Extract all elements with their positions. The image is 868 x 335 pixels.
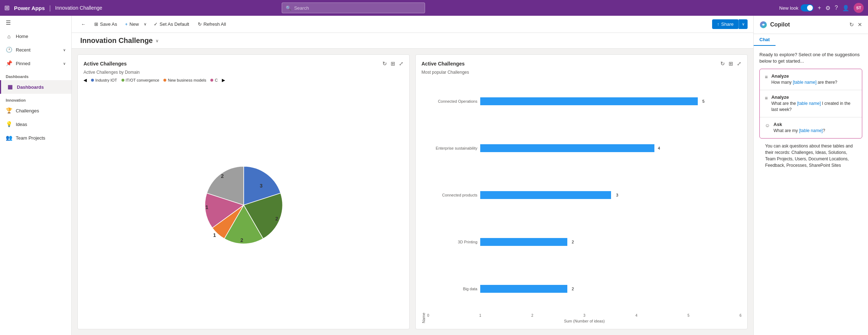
copilot-suggestions: ≡ Analyze How many [table name] are ther… [759,69,862,138]
suggestion-content-3: Ask What are my [table name]? [773,122,857,134]
share-chevron-button[interactable]: ∨ [739,19,748,29]
sidebar-item-challenges-label: Challenges [16,108,39,113]
copilot-chat-tab[interactable]: Chat [754,34,776,46]
suggestion-title-2: Analyze [771,94,857,100]
grid-icon[interactable]: ⊞ [4,4,10,12]
top-nav: ⊞ Power Apps | Innovation Challenge 🔍 Ne… [0,0,868,16]
suggestion-text-1: How many [table name] are there? [771,79,857,86]
help-icon[interactable]: ? [835,5,838,11]
set-as-default-button[interactable]: ✓ Set As Default [150,19,192,29]
suggestion-icon-2: ≡ [765,95,768,101]
back-button[interactable]: ← [77,19,89,29]
legend-next-button[interactable]: ▶ [222,78,225,83]
refresh-icon: ↻ [198,21,202,27]
bar-label-0: Connected Operations [427,99,477,103]
suggestion-link-1: [table name] [793,80,816,85]
bar-track-2: 3 [480,191,741,199]
bar-row-0: Connected Operations 5 [427,97,741,105]
copilot-suggestion-analyze2[interactable]: ≡ Analyze What are the [table name] I cr… [760,90,862,117]
new-look-toggle: New look [779,4,813,11]
sidebar-item-pinned[interactable]: 📌 Pinned ∨ [0,57,71,70]
pie-label-4: 1 [213,232,216,238]
new-plus-icon: + [125,21,128,27]
bar-chart-actions: ↻ ⊞ ⤢ [720,60,741,67]
pie-chart-actions: ↻ ⊞ ⤢ [382,60,404,67]
brand-name: Power Apps [14,5,45,11]
new-button-group: + New ∨ [122,19,149,29]
bar-chart-subtitle: Most popular Challenges [421,70,741,75]
copilot-refresh-icon[interactable]: ↻ [849,21,854,28]
dashboard-content: Active Challenges ↻ ⊞ ⤢ Active Challenge… [72,49,753,335]
sidebar-item-challenges[interactable]: 🏆 Challenges [0,104,71,117]
pie-table-icon[interactable]: ⊞ [391,60,395,67]
back-icon: ← [81,21,86,27]
dashboards-section-label: Dashboards [0,70,71,80]
avatar[interactable]: ST [854,3,864,13]
sidebar-item-home[interactable]: ⌂ Home [0,30,71,43]
recent-icon: 🕐 [6,47,12,53]
bar-label-1: Enterprise sustainability [427,146,477,150]
copilot-close-icon[interactable]: ✕ [858,21,862,28]
pie-label-5: 1 [205,204,208,210]
pie-expand-icon[interactable]: ⤢ [399,60,404,67]
copilot-tab-bar: Chat [754,34,868,46]
bar-value-3: 2 [572,240,574,244]
legend-prev-button[interactable]: ◀ [84,78,87,83]
sidebar-item-ideas[interactable]: 💡 Ideas [0,117,71,131]
pie-refresh-icon[interactable]: ↻ [382,60,387,67]
pie-chart-header: Active Challenges ↻ ⊞ ⤢ [84,60,404,67]
suggestion-content-2: Analyze What are the [table name] I crea… [771,94,857,113]
copilot-body: Ready to explore? Select one of the sugg… [754,46,868,335]
copilot-suggestion-ask1[interactable]: ☺ Ask What are my [table name]? [760,117,862,138]
pie-svg: 3 2 2 1 1 2 [197,159,290,252]
new-chevron-button[interactable]: ∨ [142,20,149,29]
sidebar-item-team-projects[interactable]: 👥 Team Projects [0,131,71,145]
bar-chart-inner: Connected Operations 5 Enterprise sustai… [427,78,741,312]
new-look-switch[interactable] [801,4,814,11]
share-icon: ↑ [717,21,720,27]
suggestion-text-3: What are my [table name]? [773,128,857,134]
pinned-chevron-icon: ∨ [63,62,66,65]
content-area: ← ⊞ Save As + New ∨ ✓ Set As Default ↻ R… [72,16,753,335]
copilot-logo [759,21,767,29]
pie-label-3: 2 [240,237,243,243]
sidebar-item-pinned-label: Pinned [16,61,30,66]
pie-label-1: 3 [259,183,262,189]
new-button[interactable]: + New [122,19,142,29]
share-button[interactable]: ↑ Share [712,19,739,29]
pie-chart-visual: 3 2 2 1 1 2 [84,87,404,323]
search-input[interactable] [294,5,421,11]
save-as-button[interactable]: ⊞ Save As [91,19,121,29]
bar-label-3: 3D Printing [427,240,477,244]
bar-label-4: Big data [427,287,477,291]
page-title: Innovation Challenge [80,37,153,45]
sidebar: ☰ ⌂ Home 🕐 Recent ∨ 📌 Pinned ∨ Dashboard… [0,16,72,335]
bar-track-1: 4 [480,144,741,152]
legend-item-new-business: New business models [163,78,206,82]
bar-table-icon[interactable]: ⊞ [729,60,733,67]
copilot-intro: Ready to explore? Select one of the sugg… [759,52,862,64]
home-icon: ⌂ [6,33,12,39]
bar-refresh-icon[interactable]: ↻ [720,60,725,67]
legend-dot-c [210,79,213,82]
hamburger-button[interactable]: ☰ [0,16,71,30]
bar-chart-body: Name Connected Operations 5 [421,78,741,323]
bar-row-1: Enterprise sustainability 4 [427,144,741,152]
legend-item-c: C [210,78,218,82]
copilot-suggestion-analyze1[interactable]: ≡ Analyze How many [table name] are ther… [760,69,862,90]
legend-dot-industry-iot [91,79,94,82]
settings-icon[interactable]: ⚙ [825,5,830,11]
legend-dot-itot [121,79,124,82]
bar-expand-icon[interactable]: ⤢ [737,60,741,67]
sidebar-item-recent[interactable]: 🕐 Recent ∨ [0,43,71,57]
save-as-icon: ⊞ [94,21,98,27]
page-title-chevron-icon[interactable]: ∨ [156,38,159,43]
search-box[interactable]: 🔍 [282,3,425,13]
bar-row-4: Big data 2 [427,285,741,293]
plus-icon[interactable]: + [818,5,821,11]
sidebar-item-dashboards[interactable]: ▦ Dashboards [0,80,71,94]
legend-dot-new-business [163,79,166,82]
sidebar-item-home-label: Home [16,34,28,39]
person-icon[interactable]: 👤 [842,5,849,11]
refresh-all-button[interactable]: ↻ Refresh All [194,19,230,29]
